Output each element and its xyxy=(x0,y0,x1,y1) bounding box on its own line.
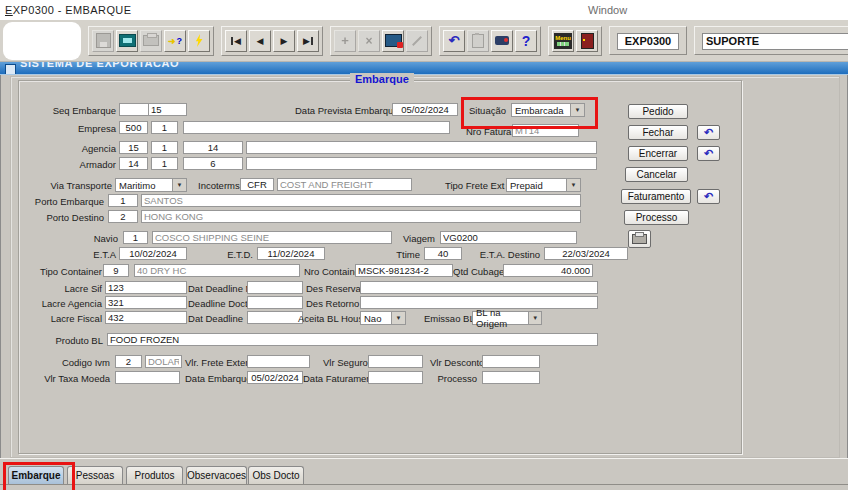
agencia-field-1[interactable] xyxy=(119,141,148,154)
undo-button[interactable]: ↶ xyxy=(443,30,465,52)
codigo-ivm-desc-field[interactable] xyxy=(145,355,182,368)
tab-pessoas[interactable]: Pessoas xyxy=(67,466,123,484)
situacao-dropdown[interactable]: Embarcada ▼ xyxy=(511,103,585,117)
empresa-desc-field[interactable] xyxy=(183,121,450,134)
dat-deadline-ma-field[interactable] xyxy=(247,281,303,294)
query-screen-button[interactable] xyxy=(382,30,404,52)
menu-item-window[interactable]: Window xyxy=(588,4,627,16)
data-prevista-embarque-field[interactable] xyxy=(392,103,458,116)
seq-embarque-field-1[interactable] xyxy=(119,103,149,116)
toolbar-group-file: ? xyxy=(88,26,214,56)
user-field[interactable] xyxy=(702,33,848,50)
armador-field-1[interactable] xyxy=(119,157,148,170)
armador-field-3[interactable] xyxy=(183,157,243,170)
nro-container-field[interactable] xyxy=(355,264,453,277)
codigo-ivm-code-field[interactable] xyxy=(115,355,142,368)
vlr-taxa-moeda-field[interactable] xyxy=(115,371,180,384)
vlr-frete-externo-field[interactable] xyxy=(247,355,310,368)
armador-field-2[interactable] xyxy=(151,157,178,170)
empresa-field-1[interactable] xyxy=(119,121,148,134)
print-button[interactable] xyxy=(140,30,162,52)
aceita-bl-house-dropdown[interactable]: Nao ▼ xyxy=(360,311,406,325)
fechar-undo-button[interactable]: ↶ xyxy=(697,125,720,140)
processo-field[interactable] xyxy=(482,371,540,384)
porto-destino-code-field[interactable] xyxy=(108,210,138,223)
program-code-field[interactable] xyxy=(617,33,679,50)
deadline-docto-field[interactable] xyxy=(247,296,303,309)
data-faturamento-field[interactable] xyxy=(368,371,423,384)
viagem-field[interactable] xyxy=(440,231,577,244)
incoterms-desc-field[interactable] xyxy=(277,178,412,191)
data-embarque-field[interactable] xyxy=(247,371,303,384)
agencia-field-3[interactable] xyxy=(183,141,243,154)
encerrar-button[interactable]: Encerrar xyxy=(628,146,688,161)
undo-icon: ↶ xyxy=(449,33,460,48)
paste-button[interactable] xyxy=(467,30,489,52)
etd-label: E.T.D. xyxy=(205,249,253,261)
agencia-desc-field[interactable] xyxy=(246,141,597,154)
print-report-button[interactable] xyxy=(628,230,651,248)
help-button[interactable]: ? xyxy=(515,30,537,52)
vlr-seguro-field[interactable] xyxy=(368,355,423,368)
tab-produtos[interactable]: Produtos xyxy=(126,466,183,484)
lacre-sif-field[interactable] xyxy=(105,281,187,294)
empresa-field-2[interactable] xyxy=(151,121,178,134)
eta-field[interactable] xyxy=(119,247,187,260)
etd-field[interactable] xyxy=(257,247,325,260)
insert-record-button[interactable]: + xyxy=(334,30,356,52)
ttime-field[interactable] xyxy=(424,247,462,260)
tipo-frete-ext-value: Prepaid xyxy=(510,180,543,191)
previous-record-button[interactable]: ◀ xyxy=(249,30,271,52)
armador-desc-field[interactable] xyxy=(246,157,597,170)
chevron-down-icon: ▼ xyxy=(528,312,541,324)
navio-code-field[interactable] xyxy=(123,231,148,244)
navio-desc-field[interactable] xyxy=(152,231,392,244)
encerrar-undo-button[interactable]: ↶ xyxy=(697,146,720,161)
tab-strip-baseline xyxy=(0,484,848,485)
via-transporte-dropdown[interactable]: Maritimo ▼ xyxy=(115,178,187,192)
porto-embarque-code-field[interactable] xyxy=(108,194,138,207)
agencia-field-2[interactable] xyxy=(151,141,178,154)
tab-obs-docto[interactable]: Obs Docto xyxy=(248,466,304,484)
tipo-container-desc-field[interactable] xyxy=(134,264,300,277)
nro-fatura-field[interactable] xyxy=(512,124,579,137)
emissao-bl-dropdown[interactable]: BL na Origem ▼ xyxy=(472,311,542,325)
lacre-fiscal-field[interactable] xyxy=(105,311,187,324)
porto-embarque-desc-field[interactable] xyxy=(141,194,581,207)
dat-deadline-field[interactable] xyxy=(247,311,303,324)
porto-destino-desc-field[interactable] xyxy=(141,210,581,223)
seq-embarque-field-2[interactable] xyxy=(148,103,187,116)
save-button[interactable] xyxy=(92,30,114,52)
produto-bl-field[interactable] xyxy=(107,333,598,346)
tab-embarque[interactable]: Embarque xyxy=(8,466,64,484)
last-record-button[interactable]: ▶ xyxy=(297,30,319,52)
vlr-taxa-moeda-label: Vlr Taxa Moeda xyxy=(40,373,110,385)
incoterms-code-field[interactable] xyxy=(240,178,274,191)
tipo-container-code-field[interactable] xyxy=(103,264,129,277)
fechar-button[interactable]: Fechar xyxy=(628,125,688,140)
tab-observacoes[interactable]: Observacoes xyxy=(186,466,247,484)
first-record-button[interactable]: ◀ xyxy=(225,30,247,52)
edit-tool-button[interactable] xyxy=(406,30,428,52)
des-reserva-field[interactable] xyxy=(360,281,598,294)
cancelar-button[interactable]: Cancelar xyxy=(625,167,688,182)
qtd-cubagem-field[interactable] xyxy=(503,264,593,277)
exit-button[interactable] xyxy=(576,30,598,52)
menu-button[interactable]: Menu xyxy=(552,30,574,52)
vlr-desconto-field[interactable] xyxy=(482,355,540,368)
tipo-frete-ext-dropdown[interactable]: Prepaid ▼ xyxy=(506,178,581,192)
faturamento-button[interactable]: Faturamento xyxy=(621,189,691,204)
delete-record-button[interactable]: × xyxy=(358,30,380,52)
processo-button[interactable]: Processo xyxy=(624,210,689,225)
context-help-button[interactable]: ? xyxy=(164,30,186,52)
tipo-container-label: Tipo Container xyxy=(40,266,98,278)
pedido-button[interactable]: Pedido xyxy=(628,104,688,119)
lacre-agencia-field[interactable] xyxy=(105,296,187,309)
eta-destino-field[interactable] xyxy=(544,247,628,260)
execute-query-button[interactable] xyxy=(188,30,210,52)
menu-icon: Menu xyxy=(554,33,572,49)
next-record-button[interactable]: ▶ xyxy=(273,30,295,52)
screen-button[interactable] xyxy=(116,30,138,52)
faturamento-undo-button[interactable]: ↶ xyxy=(697,189,720,204)
snapshot-button[interactable] xyxy=(491,30,513,52)
